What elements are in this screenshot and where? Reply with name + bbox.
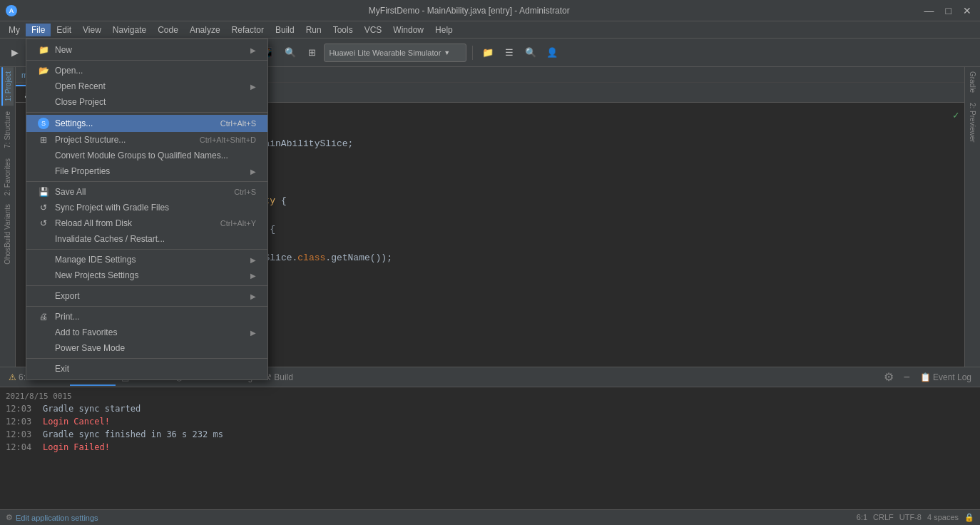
menu-refactor[interactable]: Refactor: [226, 24, 270, 36]
event-log-content: 2021/8/15 0015 12:03 Gradle sync started…: [0, 387, 980, 509]
menu-run[interactable]: Run: [300, 24, 327, 36]
menu-save-all[interactable]: 💾 Save All Ctrl+S: [26, 184, 267, 200]
status-linesep[interactable]: CRLF: [873, 513, 894, 522]
sidebar-item-gradle[interactable]: Gradle: [967, 67, 978, 97]
sidebar-item-ohosbuild[interactable]: OhosBuild Variants: [2, 201, 13, 267]
status-app-settings[interactable]: Edit application settings: [16, 514, 98, 522]
right-side-panel: Gradle 2: Previewer: [964, 67, 980, 367]
menu-add-favorites[interactable]: Add to Favorites ▶: [26, 325, 267, 340]
event-log-icon: 📋: [920, 372, 931, 382]
menu-reload-disk[interactable]: ↺ Reload All from Disk Ctrl+Alt+Y: [26, 215, 267, 231]
simulator-dropdown-arrow: ▼: [444, 49, 450, 56]
menu-invalidate-caches[interactable]: Invalidate Caches / Restart...: [26, 231, 267, 247]
menu-power-save[interactable]: Power Save Mode: [26, 340, 267, 356]
log-msg-4: Login Failed!: [43, 442, 110, 452]
close-button[interactable]: ✕: [960, 5, 974, 16]
menu-close-project[interactable]: Close Project: [26, 94, 267, 110]
menu-vcs[interactable]: VCS: [359, 24, 388, 36]
event-log-label: Event Log: [933, 372, 971, 382]
log-entry-1: 12:03 Gradle sync started: [6, 402, 974, 415]
app-logo: A: [6, 5, 17, 16]
toolbar-file-btn[interactable]: 📁: [479, 44, 497, 62]
log-time-4: 12:04: [6, 442, 34, 452]
menu-export[interactable]: Export ▶: [26, 288, 267, 304]
menu-my[interactable]: My: [3, 24, 26, 36]
sidebar-item-structure[interactable]: 7: Structure: [2, 107, 13, 153]
sidebar-item-favorites[interactable]: 2: Favorites: [2, 154, 13, 200]
sep3: [26, 181, 267, 182]
menu-project-structure[interactable]: ⊞ Project Structure... Ctrl+Alt+Shift+D: [26, 132, 267, 148]
bottom-minimize-btn[interactable]: −: [899, 371, 914, 384]
bottom-panel: ⚠ 6: Problems ☑ TODO ▣ Terminal ◷ Profil…: [0, 367, 980, 509]
toolbar-search-btn[interactable]: 🔍: [521, 44, 540, 62]
menu-help[interactable]: Help: [429, 24, 459, 36]
menu-analyze[interactable]: Analyze: [184, 24, 226, 36]
sep6: [26, 306, 267, 307]
sep1: [26, 60, 267, 61]
build-label: Build: [274, 372, 293, 382]
menu-bar: My File Edit View Navigate Code Analyze …: [0, 21, 980, 39]
status-bar: ⚙ Edit application settings 6:1 CRLF UTF…: [0, 509, 980, 525]
sidebar-item-previewer[interactable]: 2: Previewer: [967, 98, 978, 147]
toolbar-layout-btn[interactable]: ⊞: [302, 44, 321, 62]
log-msg-2: Login Cancel!: [43, 417, 110, 427]
sep2: [26, 112, 267, 113]
menu-sync-gradle[interactable]: ↺ Sync Project with Gradle Files: [26, 200, 267, 215]
left-side-panel: 1: Project 7: Structure 2: Favorites Oho…: [0, 67, 16, 367]
menu-view[interactable]: View: [77, 24, 107, 36]
menu-file-properties[interactable]: File Properties ▶: [26, 163, 267, 179]
problems-icon: ⚠: [9, 372, 16, 382]
project-structure-icon: ⊞: [38, 135, 49, 145]
status-indent[interactable]: 4 spaces: [927, 513, 959, 522]
status-position[interactable]: 6:1: [857, 513, 867, 522]
menu-navigate[interactable]: Navigate: [107, 24, 152, 36]
log-date: 2021/8/15 0015: [6, 390, 974, 402]
reload-icon: ↺: [38, 218, 49, 228]
toolbar-user-btn[interactable]: 👤: [543, 44, 561, 62]
menu-print[interactable]: 🖨 Print...: [26, 309, 267, 325]
menu-new-projects-settings[interactable]: New Projects Settings ▶: [26, 267, 267, 283]
bottom-settings-btn[interactable]: ⚙: [879, 370, 898, 384]
menu-settings[interactable]: S Settings... Ctrl+Alt+S: [26, 115, 267, 132]
new-icon: 📁: [38, 45, 49, 55]
sidebar-item-project[interactable]: 1: Project: [1, 67, 14, 106]
code-gutter: ✓: [953, 103, 964, 367]
simulator-dropdown-label: Huawei Lite Wearable Simulator: [329, 49, 441, 57]
menu-tools[interactable]: Tools: [327, 24, 359, 36]
menu-convert-module[interactable]: Convert Module Groups to Qualified Names…: [26, 148, 267, 163]
menu-new[interactable]: 📁 New ▶: [26, 42, 267, 58]
toolbar-inspector-btn[interactable]: 🔍: [281, 44, 300, 62]
settings-icon: S: [38, 118, 49, 129]
minimize-button[interactable]: —: [922, 5, 937, 16]
menu-exit[interactable]: Exit: [26, 361, 267, 377]
log-time-3: 12:03: [6, 429, 34, 439]
log-msg-1: Gradle sync started: [43, 404, 141, 414]
log-entry-3: 12:03 Gradle sync finished in 36 s 232 m…: [6, 428, 974, 441]
save-icon: 💾: [38, 187, 49, 197]
log-msg-3: Gradle sync finished in 36 s 232 ms: [43, 429, 223, 439]
log-time-2: 12:03: [6, 417, 34, 427]
menu-manage-ide[interactable]: Manage IDE Settings ▶: [26, 252, 267, 267]
menu-build[interactable]: Build: [270, 24, 300, 36]
menu-code[interactable]: Code: [152, 24, 184, 36]
menu-open[interactable]: 📂 Open...: [26, 63, 267, 78]
log-entry-2: 12:03 Login Cancel!: [6, 415, 974, 428]
toolbar-more-btn[interactable]: ☰: [500, 44, 519, 62]
toolbar-run-btn[interactable]: ▶: [6, 44, 24, 62]
simulator-dropdown[interactable]: Huawei Lite Wearable Simulator ▼: [324, 44, 466, 62]
bottom-tab-event-log[interactable]: 📋 Event Log: [914, 369, 977, 385]
log-entry-4: 12:04 Login Failed!: [6, 441, 974, 454]
status-lock-icon: 🔒: [964, 513, 974, 522]
menu-edit[interactable]: Edit: [51, 24, 77, 36]
file-menu: 📁 New ▶ 📂 Open... Open Recent ▶ Close Pr…: [26, 39, 268, 380]
menu-open-recent[interactable]: Open Recent ▶: [26, 78, 267, 94]
sync-icon: ↺: [38, 203, 49, 213]
menu-window[interactable]: Window: [387, 24, 429, 36]
toolbar-sep4: [472, 46, 473, 60]
title-bar: A MyFirstDemo - MainAbility.java [entry]…: [0, 0, 980, 21]
status-encoding[interactable]: UTF-8: [899, 513, 922, 522]
sep5: [26, 285, 267, 286]
maximize-button[interactable]: □: [943, 5, 954, 16]
menu-file[interactable]: File: [26, 24, 51, 36]
sep7: [26, 358, 267, 359]
